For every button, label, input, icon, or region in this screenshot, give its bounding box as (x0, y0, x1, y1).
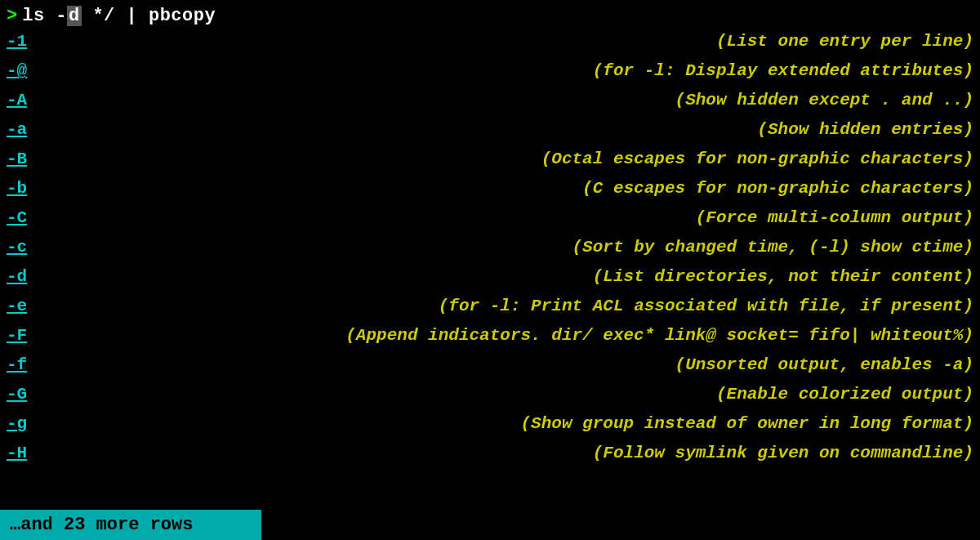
command-flag: d (67, 6, 82, 26)
flag-description: (Octal escapes for non-graphic character… (39, 150, 973, 168)
flag-description: (for -l: Print ACL associated with file,… (39, 297, 973, 315)
prompt-arrow: > (7, 6, 17, 26)
flag-label: -g (7, 414, 39, 433)
flag-label: -H (7, 444, 39, 462)
flag-description: (for -l: Display extended attributes) (39, 61, 973, 80)
table-row: -C(Force multi-column output) (7, 208, 973, 237)
flag-description: (C escapes for non-graphic characters) (39, 179, 973, 198)
command-after: */ | pbcopy (82, 6, 216, 26)
flag-description: (List one entry per line) (39, 32, 973, 51)
command-text: ls -d */ | pbcopy (22, 6, 216, 26)
flag-label: -a (7, 120, 39, 139)
table-row: -G(Enable colorized output) (7, 384, 973, 413)
flag-label: -d (7, 267, 39, 286)
flag-label: -@ (7, 61, 39, 80)
flag-label: -e (7, 297, 39, 315)
flag-label: -G (7, 385, 39, 404)
flag-label: -F (7, 326, 39, 345)
table-row: -c(Sort by changed time, (-l) show ctime… (7, 237, 973, 266)
footer-area: …and 23 more rows (0, 507, 980, 540)
flag-description: (Show hidden except . and ..) (39, 91, 973, 109)
flag-description: (Force multi-column output) (39, 208, 973, 227)
flag-description: (Unsorted output, enables -a) (39, 355, 973, 374)
table-row: -1(List one entry per line) (7, 31, 973, 60)
flag-description: (Show group instead of owner in long for… (39, 414, 973, 433)
table-row: -H(Follow symlink given on commandline) (7, 443, 973, 472)
flag-description: (List directories, not their content) (39, 267, 973, 286)
table-row: -e(for -l: Print ACL associated with fil… (7, 296, 973, 325)
flag-description: (Sort by changed time, (-l) show ctime) (39, 238, 973, 257)
flag-label: -C (7, 208, 39, 227)
table-row: -B(Octal escapes for non-graphic charact… (7, 149, 973, 178)
flag-label: -b (7, 179, 39, 198)
table-row: -f(Unsorted output, enables -a) (7, 355, 973, 384)
flag-description: (Follow symlink given on commandline) (39, 444, 973, 462)
table-row: -F(Append indicators. dir/ exec* link@ s… (7, 325, 973, 355)
flag-description: (Show hidden entries) (39, 120, 973, 139)
table-row: -b(C escapes for non-graphic characters) (7, 178, 973, 208)
flag-label: -c (7, 238, 39, 257)
command-line: > ls -d */ | pbcopy (0, 0, 980, 31)
more-rows-banner: …and 23 more rows (0, 510, 261, 540)
table-row: -g(Show group instead of owner in long f… (7, 413, 973, 443)
table-row: -a(Show hidden entries) (7, 119, 973, 149)
output-area: -1(List one entry per line)-@(for -l: Di… (0, 31, 980, 507)
flag-label: -A (7, 91, 39, 109)
flag-label: -1 (7, 32, 39, 51)
table-row: -@(for -l: Display extended attributes) (7, 60, 973, 90)
table-row: -d(List directories, not their content) (7, 266, 973, 296)
flag-label: -B (7, 150, 39, 168)
command-before: ls - (22, 6, 67, 26)
flag-description: (Enable colorized output) (39, 385, 973, 404)
table-row: -A(Show hidden except . and ..) (7, 90, 973, 119)
flag-label: -f (7, 355, 39, 374)
terminal-window: > ls -d */ | pbcopy -1(List one entry pe… (0, 0, 980, 540)
flag-description: (Append indicators. dir/ exec* link@ soc… (39, 326, 973, 345)
